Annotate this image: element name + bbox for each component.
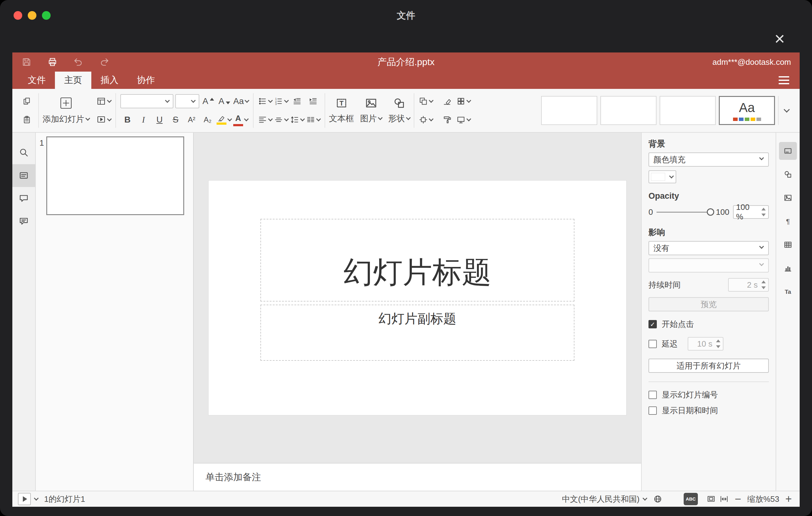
minimize-traffic-button[interactable]	[28, 11, 36, 20]
highlight-color-icon[interactable]	[216, 112, 231, 127]
line-spacing-icon[interactable]	[290, 112, 304, 127]
preview-button[interactable]: 预览	[648, 297, 769, 311]
zoom-out-button[interactable]: −	[732, 492, 744, 506]
theme-tile-3[interactable]	[660, 96, 716, 125]
zoom-in-button[interactable]: +	[783, 492, 794, 506]
undo-icon[interactable]	[73, 56, 84, 67]
menu-icon[interactable]	[774, 71, 793, 89]
increase-indent-icon[interactable]	[306, 93, 320, 109]
horizontal-align-icon[interactable]	[258, 112, 272, 127]
color-scheme-icon[interactable]	[456, 93, 470, 109]
insert-shape-button[interactable]: 形状	[385, 89, 413, 132]
theme-tile-2[interactable]	[600, 96, 657, 125]
numbering-icon[interactable]: 123	[274, 93, 288, 109]
save-icon[interactable]	[21, 56, 32, 67]
strikethrough-button[interactable]: S	[169, 112, 183, 127]
theme-tile-1[interactable]	[541, 96, 597, 125]
maximize-traffic-button[interactable]	[42, 11, 51, 20]
font-name-combo[interactable]	[120, 94, 173, 108]
add-slide-button[interactable]: 添加幻灯片	[39, 89, 92, 132]
fit-slide-icon[interactable]	[706, 494, 716, 504]
notes-area[interactable]: 单击添加备注	[194, 463, 641, 491]
fit-width-icon[interactable]	[720, 494, 729, 504]
decrease-indent-icon[interactable]	[290, 93, 304, 109]
svg-text:3: 3	[275, 103, 277, 106]
slide-thumbnail[interactable]	[46, 136, 184, 215]
apply-to-all-button[interactable]: 适用于所有幻灯片	[648, 359, 769, 373]
effect-variant-select[interactable]	[648, 258, 769, 273]
font-color-icon[interactable]: A	[233, 112, 248, 127]
delay-checkbox[interactable]	[648, 340, 657, 348]
insert-image-button[interactable]: 图片	[357, 89, 385, 132]
paragraph-settings-icon[interactable]: ¶	[779, 212, 797, 230]
vertical-align-icon[interactable]	[274, 112, 288, 127]
change-layout-icon[interactable]	[96, 93, 111, 109]
start-slideshow-status-icon[interactable]	[18, 493, 31, 505]
arrange-shapes-icon[interactable]	[419, 93, 433, 109]
opacity-max-label: 100	[716, 207, 729, 217]
align-shapes-icon[interactable]	[419, 112, 433, 127]
change-case-icon[interactable]: Aa	[233, 93, 249, 109]
spellcheck-icon[interactable]: ABC	[684, 493, 698, 505]
comments-icon[interactable]	[12, 187, 35, 210]
table-settings-icon[interactable]	[779, 236, 797, 254]
image-settings-icon[interactable]	[779, 189, 797, 207]
close-traffic-button[interactable]	[13, 11, 22, 20]
decrease-font-icon[interactable]: A	[217, 93, 231, 109]
subtitle-placeholder[interactable]: 幻灯片副标题	[260, 305, 575, 361]
theme-tile-selected[interactable]: Aa	[719, 96, 775, 125]
delay-label: 延迟	[662, 339, 678, 349]
title-placeholder[interactable]: 幻灯片标题	[260, 219, 575, 302]
language-chevron-icon[interactable]	[643, 496, 647, 500]
start-on-click-checkbox[interactable]: ✓	[648, 320, 657, 328]
opacity-slider[interactable]	[657, 212, 712, 212]
italic-button[interactable]: I	[136, 112, 150, 127]
set-language-icon[interactable]	[653, 494, 663, 504]
textart-settings-icon[interactable]: Ta	[779, 283, 797, 300]
shape-settings-icon[interactable]	[779, 165, 797, 183]
opacity-slider-knob[interactable]	[707, 208, 714, 216]
start-slideshow-icon[interactable]	[96, 112, 111, 127]
slides-panel-icon[interactable]	[12, 164, 35, 187]
background-color-select[interactable]	[648, 170, 676, 183]
delay-input[interactable]: 10 s	[688, 337, 723, 351]
underline-button[interactable]: U	[152, 112, 167, 127]
subscript-button[interactable]: A₂	[201, 112, 215, 127]
duration-input[interactable]: 2 s	[728, 278, 769, 292]
insert-textbox-button[interactable]: T 文本框	[326, 89, 357, 132]
slide-settings-icon[interactable]	[779, 142, 797, 160]
effect-label: 影响	[648, 227, 769, 238]
slide[interactable]: 幻灯片标题 幻灯片副标题	[208, 180, 627, 415]
clear-style-icon[interactable]	[440, 93, 455, 109]
search-icon[interactable]	[12, 141, 35, 164]
slide-size-icon[interactable]	[456, 112, 470, 127]
show-date-time-label: 显示日期和时间	[662, 405, 718, 416]
tab-home[interactable]: 主页	[55, 71, 91, 89]
theme-gallery-expand-icon[interactable]	[778, 96, 795, 125]
show-slide-number-checkbox[interactable]	[648, 391, 657, 399]
copy-icon[interactable]	[20, 93, 34, 109]
redo-icon[interactable]	[99, 56, 110, 67]
superscript-button[interactable]: A²	[184, 112, 199, 127]
language-selector[interactable]: 中文(中华人民共和国)	[562, 494, 640, 505]
effect-select[interactable]: 没有	[648, 241, 769, 255]
bullets-icon[interactable]	[258, 93, 272, 109]
font-size-combo[interactable]	[175, 94, 199, 108]
opacity-input[interactable]: 100 %	[733, 205, 769, 219]
columns-icon[interactable]	[306, 112, 320, 127]
show-date-time-checkbox[interactable]	[648, 406, 657, 415]
slideshow-options-chevron-icon[interactable]	[34, 496, 39, 500]
paste-icon[interactable]	[20, 112, 34, 127]
close-icon[interactable]: ×	[774, 30, 785, 48]
bold-button[interactable]: B	[120, 112, 135, 127]
macos-window: 文件 × 产品	[0, 0, 812, 516]
copy-style-icon[interactable]	[440, 112, 455, 127]
print-icon[interactable]	[47, 56, 58, 67]
tab-collaboration[interactable]: 协作	[128, 71, 164, 89]
chart-settings-icon[interactable]	[779, 259, 797, 277]
feedback-icon[interactable]	[12, 210, 35, 233]
tab-file[interactable]: 文件	[19, 71, 55, 89]
tab-insert[interactable]: 插入	[91, 71, 128, 89]
fill-type-select[interactable]: 颜色填充	[648, 152, 769, 167]
increase-font-icon[interactable]: A	[201, 93, 215, 109]
